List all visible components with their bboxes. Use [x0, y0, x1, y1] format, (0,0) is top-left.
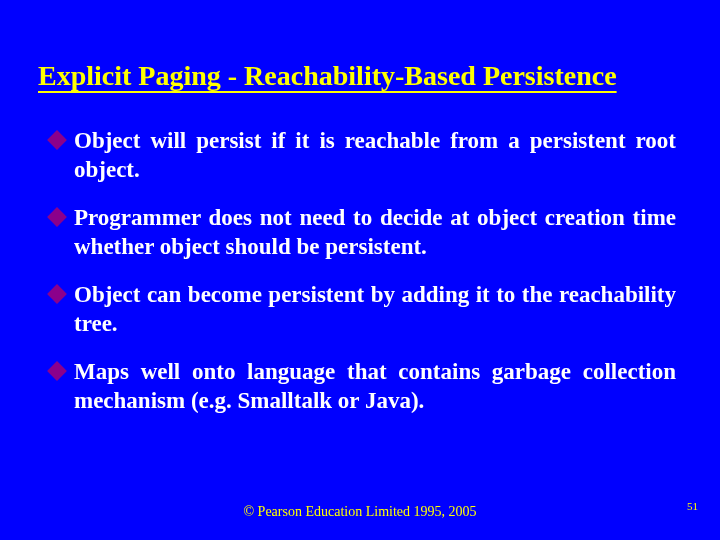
- slide: Explicit Paging - Reachability-Based Per…: [0, 0, 720, 540]
- diamond-bullet-icon: [47, 207, 67, 227]
- list-item: Programmer does not need to decide at ob…: [50, 203, 676, 262]
- bullet-list: Object will persist if it is reachable f…: [38, 126, 682, 416]
- page-number: 51: [687, 500, 698, 512]
- list-item: Maps well onto language that contains ga…: [50, 357, 676, 416]
- bullet-text: Maps well onto language that contains ga…: [74, 359, 676, 413]
- list-item: Object will persist if it is reachable f…: [50, 126, 676, 185]
- bullet-text: Object can become persistent by adding i…: [74, 282, 676, 336]
- slide-title: Explicit Paging - Reachability-Based Per…: [38, 60, 682, 92]
- bullet-text: Object will persist if it is reachable f…: [74, 128, 676, 182]
- copyright-footer: © Pearson Education Limited 1995, 2005: [0, 504, 720, 520]
- diamond-bullet-icon: [47, 284, 67, 304]
- bullet-text: Programmer does not need to decide at ob…: [74, 205, 676, 259]
- list-item: Object can become persistent by adding i…: [50, 280, 676, 339]
- diamond-bullet-icon: [47, 130, 67, 150]
- diamond-bullet-icon: [47, 361, 67, 381]
